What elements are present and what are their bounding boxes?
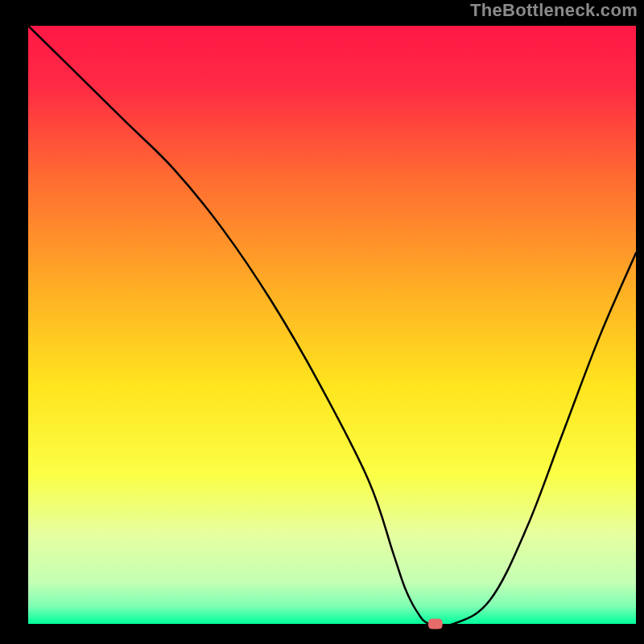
- watermark-text: TheBottleneck.com: [470, 0, 638, 21]
- chart-stage: TheBottleneck.com: [0, 0, 644, 644]
- optimal-marker: [429, 619, 443, 629]
- bottleneck-chart: [0, 0, 644, 644]
